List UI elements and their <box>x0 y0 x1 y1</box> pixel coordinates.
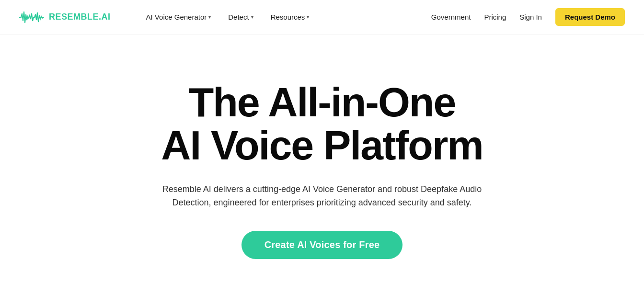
nav-item-label: Detect <box>228 13 249 21</box>
nav-right-items: Government Pricing Sign In Request Demo <box>431 8 625 26</box>
logo-waveform-icon <box>19 10 44 25</box>
nav-item-detect[interactable]: Detect ▾ <box>221 9 260 25</box>
nav-pricing-link[interactable]: Pricing <box>484 13 506 21</box>
navbar: RESEMBLE.AI AI Voice Generator ▾ Detect … <box>0 0 644 34</box>
logo-text: RESEMBLE.AI <box>49 12 111 22</box>
request-demo-button[interactable]: Request Demo <box>555 8 625 26</box>
nav-center-items: AI Voice Generator ▾ Detect ▾ Resources … <box>139 9 431 25</box>
hero-title-line2: AI Voice Platform <box>161 122 483 168</box>
nav-item-resources[interactable]: Resources ▾ <box>264 9 316 25</box>
hero-section: The All-in-One AI Voice Platform Resembl… <box>0 34 644 305</box>
chevron-down-icon: ▾ <box>208 14 211 20</box>
nav-item-ai-voice-generator[interactable]: AI Voice Generator ▾ <box>139 9 218 25</box>
nav-government-link[interactable]: Government <box>431 13 471 21</box>
hero-title: The All-in-One AI Voice Platform <box>161 80 483 167</box>
hero-subtitle: Resemble AI delivers a cutting-edge AI V… <box>154 182 490 210</box>
hero-cta-button[interactable]: Create AI Voices for Free <box>242 231 403 259</box>
nav-item-label: Resources <box>271 13 305 21</box>
chevron-down-icon: ▾ <box>307 14 309 20</box>
hero-title-line1: The All-in-One <box>189 79 455 125</box>
chevron-down-icon: ▾ <box>251 14 253 20</box>
nav-item-label: AI Voice Generator <box>146 13 207 21</box>
nav-signin-link[interactable]: Sign In <box>519 13 542 21</box>
logo-link[interactable]: RESEMBLE.AI <box>19 10 111 25</box>
